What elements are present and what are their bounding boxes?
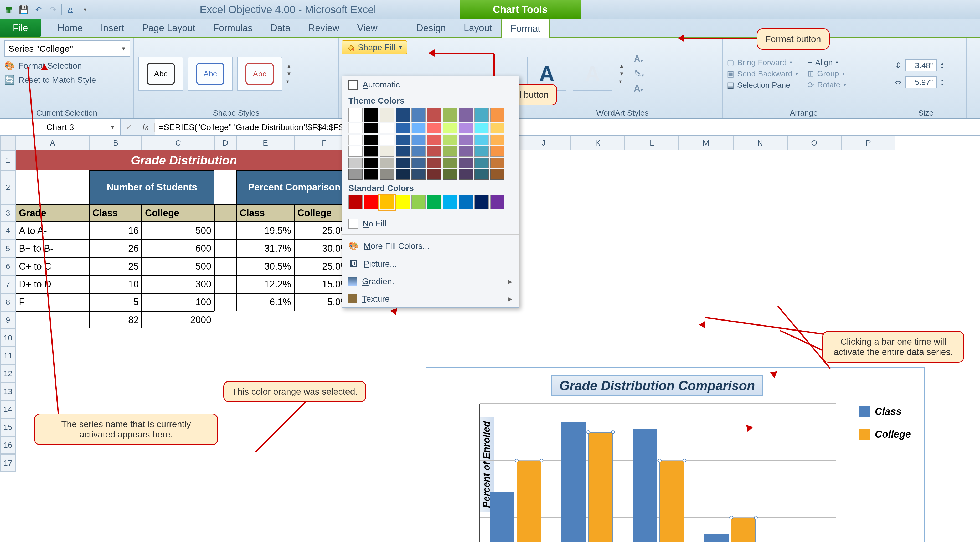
color-swatch[interactable] — [474, 157, 489, 168]
color-swatch[interactable] — [490, 169, 504, 180]
row-header[interactable]: 4 — [0, 222, 16, 240]
chart-bar-college[interactable] — [588, 432, 613, 542]
color-swatch[interactable] — [490, 108, 504, 122]
table-cell[interactable]: 16 — [89, 222, 142, 240]
selection-pane-button[interactable]: ▤Selection Pane — [727, 80, 798, 90]
column-header[interactable]: J — [517, 135, 571, 150]
row-header[interactable]: 16 — [0, 436, 16, 454]
plot-area[interactable] — [479, 404, 836, 542]
table-cell[interactable]: 300 — [142, 275, 215, 293]
column-header[interactable]: E — [237, 135, 294, 150]
text-effects-button[interactable]: A▾ — [634, 83, 644, 94]
fx-label[interactable]: fx — [137, 123, 155, 132]
color-swatch[interactable] — [427, 195, 441, 210]
table-cell[interactable] — [215, 293, 237, 311]
tab-page-layout[interactable]: Page Layout — [133, 19, 204, 37]
color-swatch[interactable] — [412, 169, 426, 180]
table-cell[interactable]: C+ to C- — [16, 257, 89, 275]
color-swatch[interactable] — [443, 135, 457, 145]
save-button[interactable]: 💾 — [18, 3, 30, 16]
row-header[interactable]: 14 — [0, 401, 16, 418]
color-swatch[interactable] — [412, 108, 426, 122]
color-swatch[interactable] — [380, 123, 394, 134]
color-swatch[interactable] — [459, 108, 473, 122]
shape-fill-button[interactable]: Shape Fill ▼ — [342, 40, 407, 54]
row-header[interactable]: 17 — [0, 454, 16, 472]
wordart-down-icon[interactable]: ▼ — [619, 71, 624, 77]
table-cell[interactable]: 5 — [89, 293, 142, 311]
color-swatch[interactable] — [396, 123, 410, 134]
row-header[interactable]: 8 — [0, 293, 16, 311]
color-swatch[interactable] — [459, 157, 473, 168]
select-all-corner[interactable] — [0, 135, 16, 150]
color-swatch[interactable] — [427, 135, 441, 145]
color-swatch[interactable] — [348, 108, 363, 122]
name-box[interactable]: Chart 3 — [0, 119, 121, 135]
automatic-fill[interactable]: Automatic — [342, 76, 519, 93]
send-backward-button[interactable]: ▣Send Backward▾ — [727, 69, 798, 78]
color-swatch[interactable] — [380, 195, 394, 210]
color-swatch[interactable] — [474, 169, 489, 180]
color-swatch[interactable] — [380, 135, 394, 145]
tab-view[interactable]: View — [348, 19, 386, 37]
color-swatch[interactable] — [412, 146, 426, 157]
table-cell[interactable]: A to A- — [16, 222, 89, 240]
chart-legend[interactable]: Class College — [859, 406, 911, 440]
column-header[interactable]: A — [16, 135, 89, 150]
table-cell[interactable]: F — [16, 293, 89, 311]
color-swatch[interactable] — [459, 135, 473, 145]
color-swatch[interactable] — [490, 146, 504, 157]
color-swatch[interactable] — [459, 123, 473, 134]
column-header[interactable]: B — [89, 135, 142, 150]
texture-fill[interactable]: Texture ▸ — [342, 290, 519, 307]
column-header[interactable]: P — [841, 135, 896, 150]
tab-home[interactable]: Home — [49, 19, 92, 37]
color-swatch[interactable] — [443, 169, 457, 180]
color-swatch[interactable] — [396, 157, 410, 168]
gallery-down-icon[interactable]: ▼ — [286, 71, 292, 77]
chart-bar-college[interactable] — [659, 461, 684, 542]
align-button[interactable]: ≡Align▾ — [807, 58, 846, 67]
chart-title[interactable]: Grade Distribution Comparison — [552, 375, 763, 396]
table-cell[interactable]: 26 — [89, 240, 142, 257]
table-cell[interactable]: 500 — [142, 222, 215, 240]
color-swatch[interactable] — [427, 169, 441, 180]
column-header[interactable]: C — [142, 135, 215, 150]
gallery-more-icon[interactable]: ▾ — [286, 78, 292, 84]
color-swatch[interactable] — [380, 108, 394, 122]
color-swatch[interactable] — [364, 157, 378, 168]
legend-item-class[interactable]: Class — [859, 406, 911, 417]
row-header[interactable]: 10 — [0, 329, 16, 347]
text-outline-button[interactable]: ✎▾ — [634, 68, 644, 79]
tab-review[interactable]: Review — [299, 19, 348, 37]
table-cell[interactable]: 600 — [142, 240, 215, 257]
color-swatch[interactable] — [396, 135, 410, 145]
shape-width-input[interactable]: ⇔ 5.97" ▲▼ — [895, 76, 944, 88]
wordart-more-icon[interactable]: ▾ — [619, 78, 624, 84]
color-swatch[interactable] — [348, 123, 363, 134]
color-swatch[interactable] — [427, 157, 441, 168]
color-swatch[interactable] — [412, 157, 426, 168]
color-swatch[interactable] — [380, 157, 394, 168]
color-swatch[interactable] — [364, 195, 378, 210]
color-swatch[interactable] — [459, 146, 473, 157]
color-swatch[interactable] — [412, 135, 426, 145]
table-cell[interactable]: 19.5% — [237, 222, 294, 240]
chart-element-selector[interactable]: Series "College" ▼ — [4, 40, 130, 57]
color-swatch[interactable] — [427, 123, 441, 134]
chart-bar-class[interactable] — [490, 492, 514, 542]
row-header[interactable]: 5 — [0, 240, 16, 257]
chart-bar-class[interactable] — [704, 534, 729, 542]
color-swatch[interactable] — [348, 169, 363, 180]
embedded-chart[interactable]: Grade Distribution Comparison Percent of… — [426, 367, 925, 542]
color-swatch[interactable] — [396, 108, 410, 122]
table-cell[interactable]: 500 — [142, 257, 215, 275]
color-swatch[interactable] — [443, 123, 457, 134]
color-swatch[interactable] — [490, 135, 504, 145]
undo-button[interactable]: ↶ — [32, 3, 45, 16]
no-fill[interactable]: No Fill — [342, 215, 519, 232]
column-header[interactable]: L — [625, 135, 679, 150]
group-button[interactable]: ⊞Group▾ — [807, 69, 846, 78]
file-tab[interactable]: File — [0, 19, 41, 37]
gradient-fill[interactable]: Gradient ▸ — [342, 273, 519, 290]
